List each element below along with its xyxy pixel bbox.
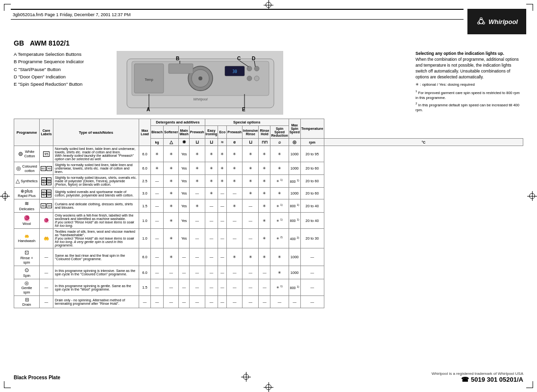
footer: Black Process Plate Whirlpool is a regis… [14, 371, 523, 383]
care-drain: — [40, 296, 53, 308]
th-icon-easyironing: ≈ [218, 139, 227, 146]
svg-text:Whirlpool: Whirlpool [193, 98, 208, 101]
bleach-white-cotton: ✳ [151, 146, 164, 162]
row-spin: ⊙ Spin — In this programme spinning is i… [14, 266, 523, 279]
intensive-white-cotton: ✳ [243, 146, 259, 162]
care-rinse-spin: — [40, 248, 53, 266]
th-easyironing: Easy Ironing [205, 126, 218, 139]
svg-point-11 [198, 76, 202, 80]
prog-name-delicates: ≋ Delicates [14, 199, 40, 213]
type-rapid: Slightly soiled overalls and sportswear … [53, 188, 139, 199]
th-icon-rinsehold: ⌕ [270, 139, 289, 146]
legend-item-d: D "Door Open" Indication [14, 74, 112, 80]
prog-name-drain: ⊟ Drain [14, 296, 40, 308]
type-wool: Only woolens with a felt-free finish, la… [53, 213, 139, 229]
logo-area: Whirlpool [467, 9, 526, 34]
prog-name-coloured: ◎ Colouredcotton [14, 162, 40, 175]
prog-name-spin: ⊙ Spin [14, 266, 40, 279]
th-rinsehold: Rinse Hold [259, 126, 270, 139]
corner-mark-tr [526, 4, 533, 11]
svg-point-17 [254, 76, 259, 81]
svg-point-15 [254, 66, 259, 71]
country-code: GB [14, 39, 24, 47]
footer-center-mark [241, 372, 251, 383]
prewash2-white-cotton: ✳ [227, 146, 243, 162]
row-wool: 🧶 Wool 🧶 Only woolens with a felt-free f… [14, 213, 523, 229]
row-rinse-spin: ⊡ Rinse +spin — Same as the last rinse a… [14, 248, 523, 266]
th-detergents: Detergents and additives [151, 119, 205, 126]
svg-text:D: D [252, 56, 255, 61]
svg-text:E: E [242, 107, 245, 112]
type-rinse-spin: Same as the last rinse and the final spi… [53, 248, 139, 266]
type-spin: In this programme spinning is intensive.… [53, 266, 139, 279]
care-coloured: 60 40 [40, 162, 53, 175]
th-special: Special options [205, 119, 289, 126]
eco-white-cotton: ✳ [218, 146, 227, 162]
svg-point-14 [247, 66, 252, 71]
care-rapid: 6050 4030 [40, 188, 53, 199]
note-optional: ✳ : optional / Yes: dosing required [415, 82, 523, 87]
load-white-cotton: 6.0 [139, 146, 151, 162]
title-section: GB AWM 8102/1 [14, 39, 523, 47]
whirlpool-icon [476, 16, 487, 27]
row-synthetics: △ Synthetics 6050 4030 Slightly to norma… [14, 175, 523, 188]
type-synthetics: Slightly to normally soiled blouses, shi… [53, 175, 139, 188]
th-icon-spinred: ◎ [289, 139, 300, 146]
rinsehold-white-cotton: ✳ [259, 146, 270, 162]
th-unit-c: °C [324, 139, 523, 146]
spinred-white-cotton: ✳ [270, 146, 289, 162]
mainwash-white-cotton: Yes [179, 146, 189, 162]
type-drain: Drain only - no spinning. Alternative me… [53, 296, 139, 308]
row-white-cotton: ⊚ WhiteCotton 95 Normally soiled bed lin… [14, 146, 523, 162]
corner-mark-br [526, 381, 533, 388]
black-process-plate: Black Process Plate [14, 375, 60, 380]
th-programme: Programme [14, 119, 40, 146]
th-type: Type of wash/Notes [53, 119, 139, 146]
footer-right: Whirlpool is a registered trademark of W… [432, 371, 523, 383]
th-icon-mainwash: ⊔ [189, 139, 205, 146]
trademark-text: Whirlpool is a registered trademark of W… [432, 371, 523, 376]
phone-icon: ☎ [461, 376, 469, 383]
easy-white-cotton: ✳ [205, 146, 218, 162]
note-text2: When the combination of programme, addit… [415, 57, 519, 79]
th-unit-rpm: rpm [300, 139, 324, 146]
main-content: GB AWM 8102/1 A Temperature Selection Bu… [14, 39, 523, 363]
prog-name-synthetics: △ Synthetics [14, 175, 40, 188]
svg-text:B: B [176, 56, 179, 61]
file-info: 3gb05201a.fm5 Page 1 Friday, December 7,… [13, 12, 130, 17]
care-synthetics: 6050 4030 [40, 175, 53, 188]
type-delicates: Curtains and delicate clothing, dresses … [53, 199, 139, 213]
th-intensive: Intensive Rinse [243, 126, 259, 139]
th-bleach: Bleach [151, 126, 164, 139]
care-spin: — [40, 266, 53, 279]
type-handwash: Textiles made of silk, linen, wool and v… [53, 229, 139, 248]
prewash-white-cotton: ✳ [189, 146, 205, 162]
type-coloured: Slightly to normally soiled bed linen, t… [53, 162, 139, 175]
care-delicates: 40 30 [40, 199, 53, 213]
corner-mark-bl [4, 381, 11, 388]
part-number: ☎ 5019 301 05201/A [432, 376, 523, 383]
svg-point-16 [247, 76, 252, 81]
th-unit-kg: kg [151, 139, 164, 146]
note-text1: Selecting any option the indication ligh… [415, 51, 504, 56]
th-eco: Eco [218, 126, 227, 139]
reg-mark-left [0, 191, 10, 201]
info-section: A Temperature Selection Buttons B Progra… [14, 51, 523, 115]
row-handwash: 🤲 Handwash 🤲 Textiles made of silk, line… [14, 229, 523, 248]
svg-text:C: C [237, 56, 241, 61]
th-icon-softener: ❋ [179, 139, 189, 146]
model-number: AWM 8102/1 [30, 39, 70, 47]
care-handwash: 🤲 [40, 229, 53, 248]
prog-name-gentle-spin: ◎ Gentlespin [14, 279, 40, 296]
legend-item-b: B Programme Sequence Indicator [14, 58, 112, 65]
reg-mark-right [527, 191, 537, 201]
row-delicates: ≋ Delicates 40 30 Curtains and delicate … [14, 199, 523, 213]
programme-table: Programme CareLabels Type of wash/Notes … [14, 119, 523, 308]
th-icon-eco: e [227, 139, 243, 146]
th-maxload: Max Load [139, 119, 151, 146]
care-gentle-spin: — [40, 279, 53, 296]
reg-mark-bottom [264, 382, 273, 392]
legend-item-c: C "Start/Pause" Button [14, 66, 112, 73]
logo-text: Whirlpool [488, 18, 518, 25]
row-rapid-plus: ⊕plus Rapid Plus 6050 4030 Slightly soil… [14, 188, 523, 199]
